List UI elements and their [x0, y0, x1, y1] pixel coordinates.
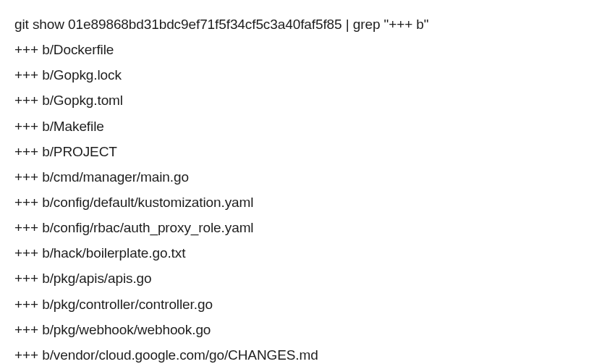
output-line: +++ b/pkg/webhook/webhook.go	[14, 317, 601, 342]
output-line: +++ b/config/default/kustomization.yaml	[14, 190, 601, 215]
output-line: +++ b/pkg/apis/apis.go	[14, 266, 601, 291]
command-line: git show 01e89868bd31bdc9ef71f5f34cf5c3a…	[14, 12, 601, 37]
output-line: +++ b/Makefile	[14, 114, 601, 139]
output-line: +++ b/pkg/controller/controller.go	[14, 292, 601, 317]
output-line: +++ b/Gopkg.lock	[14, 62, 601, 88]
output-line: +++ b/vendor/cloud.google.com/go/CHANGES…	[14, 342, 601, 364]
output-line: +++ b/Gopkg.toml	[14, 88, 601, 113]
output-line: +++ b/hack/boilerplate.go.txt	[14, 240, 601, 266]
output-line: +++ b/cmd/manager/main.go	[14, 164, 601, 190]
output-line: +++ b/Dockerfile	[14, 37, 601, 62]
output-line: +++ b/config/rbac/auth_proxy_role.yaml	[14, 215, 601, 240]
output-line: +++ b/PROJECT	[14, 139, 601, 164]
